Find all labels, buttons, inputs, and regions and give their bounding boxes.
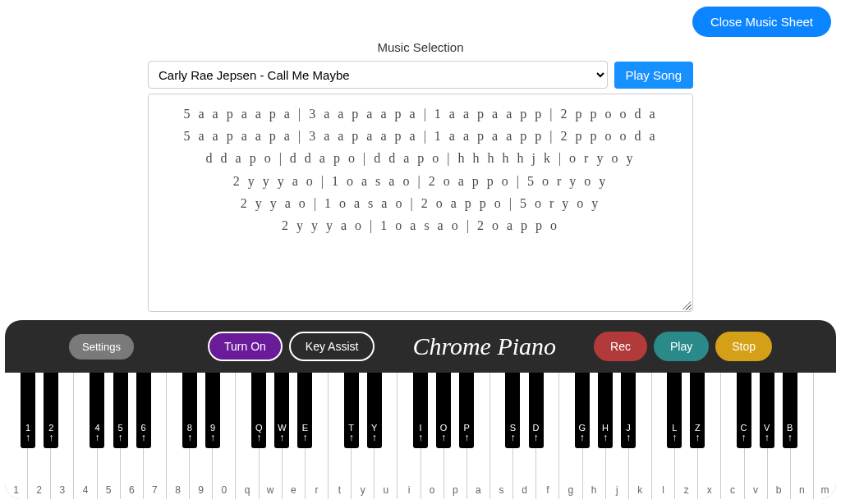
- black-key-label: 5↑: [113, 423, 128, 443]
- white-key-label: v: [745, 484, 767, 496]
- white-key-label: b: [768, 484, 790, 496]
- white-key-label: p: [444, 484, 466, 496]
- black-key-label: 9↑: [205, 423, 220, 443]
- black-key[interactable]: D↑: [529, 373, 544, 448]
- black-key[interactable]: 9↑: [205, 373, 220, 448]
- black-key-label: E↑: [297, 423, 312, 443]
- white-key-label: g: [559, 484, 581, 496]
- piano-panel: Settings Turn On Key Assist Chrome Piano…: [5, 320, 836, 499]
- white-key-label: x: [698, 484, 720, 496]
- black-key-label: Y↑: [367, 423, 382, 443]
- white-key-label: i: [398, 484, 420, 496]
- white-key-label: 9: [190, 484, 212, 496]
- black-key-label: W↑: [274, 423, 289, 443]
- turn-on-button[interactable]: Turn On: [208, 332, 283, 361]
- white-key-label: h: [583, 484, 605, 496]
- black-key-label: 2↑: [44, 423, 58, 443]
- black-key[interactable]: B↑: [783, 373, 797, 448]
- black-key[interactable]: L↑: [667, 373, 682, 448]
- black-key-label: G↑: [575, 423, 590, 443]
- black-key[interactable]: H↑: [598, 373, 613, 448]
- white-key-label: l: [652, 484, 674, 496]
- white-key-label: a: [467, 484, 489, 496]
- black-key[interactable]: J↑: [621, 373, 636, 448]
- black-key[interactable]: W↑: [274, 373, 289, 448]
- record-button[interactable]: Rec: [594, 332, 647, 361]
- black-key[interactable]: 5↑: [113, 373, 128, 448]
- white-key-label: e: [283, 484, 305, 496]
- stop-button[interactable]: Stop: [715, 332, 772, 361]
- settings-button[interactable]: Settings: [69, 334, 134, 360]
- black-key[interactable]: E↑: [297, 373, 312, 448]
- white-key-label: r: [306, 484, 328, 496]
- black-key[interactable]: Q↑: [251, 373, 266, 448]
- white-key-label: w: [260, 484, 282, 496]
- song-select[interactable]: Carly Rae Jepsen - Call Me Maybe: [148, 61, 608, 89]
- white-key-label: o: [421, 484, 443, 496]
- black-key[interactable]: Y↑: [367, 373, 382, 448]
- white-key-label: z: [675, 484, 697, 496]
- key-assist-button[interactable]: Key Assist: [289, 332, 375, 361]
- black-key[interactable]: P↑: [459, 373, 474, 448]
- black-key[interactable]: S↑: [505, 373, 520, 448]
- black-key-label: 6↑: [136, 423, 151, 443]
- black-key-label: J↑: [621, 423, 636, 443]
- black-key-label: I↑: [413, 423, 428, 443]
- white-key-label: 0: [213, 484, 235, 496]
- music-selection-title: Music Selection: [0, 40, 841, 54]
- white-key-label: 3: [51, 484, 73, 496]
- black-key[interactable]: V↑: [760, 373, 774, 448]
- black-key-label: D↑: [529, 423, 544, 443]
- sheet-line: 2 y y y a o | 1 o a s a o | 2 o a p p o: [160, 214, 681, 236]
- app-title: Chrome Piano: [375, 332, 594, 360]
- black-key-label: P↑: [459, 423, 474, 443]
- black-key[interactable]: C↑: [737, 373, 751, 448]
- play-button[interactable]: Play: [654, 332, 709, 361]
- black-key[interactable]: 8↑: [182, 373, 197, 448]
- white-key-label: 8: [167, 484, 189, 496]
- play-song-button[interactable]: Play Song: [614, 62, 693, 89]
- black-key-label: Z↑: [690, 423, 705, 443]
- white-key-label: 4: [74, 484, 96, 496]
- white-key-label: k: [629, 484, 651, 496]
- black-key[interactable]: T↑: [344, 373, 359, 448]
- white-key-label: y: [352, 484, 374, 496]
- white-key-label: 2: [28, 484, 50, 496]
- sheet-line: 2 y y y a o | 1 o a s a o | 2 o a p p o …: [160, 170, 681, 192]
- black-key-label: 8↑: [182, 423, 197, 443]
- black-key-label: T↑: [344, 423, 359, 443]
- white-key-label: d: [513, 484, 535, 496]
- black-key-label: C↑: [737, 423, 751, 443]
- black-key[interactable]: 4↑: [90, 373, 104, 448]
- black-key[interactable]: 1↑: [21, 373, 35, 448]
- black-key[interactable]: 6↑: [136, 373, 151, 448]
- sheet-line: 5 a a p a a p a | 3 a a p a a p a | 1 a …: [160, 125, 681, 147]
- white-key-label: s: [490, 484, 512, 496]
- black-key[interactable]: Z↑: [690, 373, 705, 448]
- black-key-label: 1↑: [21, 423, 35, 443]
- black-key-label: 4↑: [90, 423, 104, 443]
- black-key-label: B↑: [783, 423, 797, 443]
- white-key-label: 6: [121, 484, 143, 496]
- piano-keyboard: 1234567890qwertyuiopasdfghjklzxcvbnm 1↑2…: [5, 373, 836, 499]
- black-key[interactable]: G↑: [575, 373, 590, 448]
- black-key-label: S↑: [505, 423, 520, 443]
- white-key[interactable]: m: [814, 373, 836, 499]
- sheet-line: 2 y y a o | 1 o a s a o | 2 o a p p o | …: [160, 192, 681, 214]
- white-key-label: t: [329, 484, 351, 496]
- black-key[interactable]: O↑: [436, 373, 451, 448]
- sheet-line: 5 a a p a a p a | 3 a a p a a p a | 1 a …: [160, 103, 681, 125]
- black-key[interactable]: I↑: [413, 373, 428, 448]
- black-key[interactable]: 2↑: [44, 373, 58, 448]
- white-key-label: 7: [144, 484, 166, 496]
- white-key-label: m: [814, 484, 836, 496]
- white-key-label: 1: [5, 484, 27, 496]
- white-key-label: 5: [98, 484, 120, 496]
- black-key-label: O↑: [436, 423, 451, 443]
- music-sheet-textarea[interactable]: 5 a a p a a p a | 3 a a p a a p a | 1 a …: [148, 94, 693, 312]
- white-key-label: n: [791, 484, 813, 496]
- black-key-label: L↑: [667, 423, 682, 443]
- white-key-label: u: [375, 484, 397, 496]
- close-music-sheet-button[interactable]: Close Music Sheet: [692, 7, 831, 37]
- black-key-label: V↑: [760, 423, 774, 443]
